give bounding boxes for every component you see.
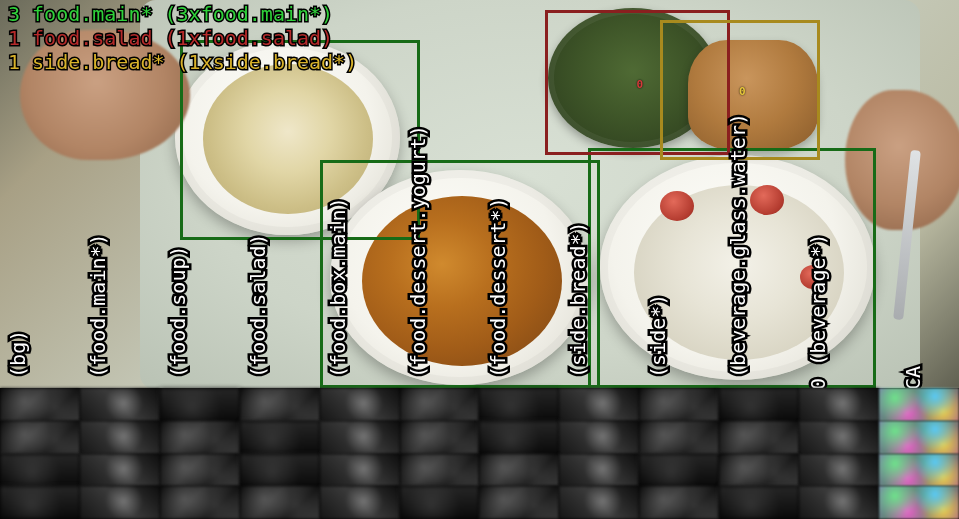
pca-cell	[879, 421, 959, 454]
feature-cell	[240, 454, 320, 487]
class-label: 5 (food.dessert.yogurt)5 (food.dessert.y…	[406, 125, 430, 402]
feature-cell	[320, 486, 400, 519]
feature-map-strip	[0, 388, 959, 519]
feature-cell	[479, 454, 559, 487]
class-label: 1 (food.main*)1 (food.main*)	[86, 233, 110, 402]
feature-cell	[639, 421, 719, 454]
feature-cell	[559, 454, 639, 487]
feature-cell	[400, 454, 480, 487]
feature-cell	[240, 388, 320, 421]
feature-cell	[559, 388, 639, 421]
class-label: 6 (food.dessert*)6 (food.dessert*)	[486, 197, 510, 402]
class-label: 10 (beverage*)10 (beverage*)	[806, 233, 830, 402]
class-count-legend: 3 food.main* (3xfood.main*)3 food.main* …	[8, 2, 357, 74]
feature-cell	[479, 421, 559, 454]
class-label: 9 (beverage.glass.water)9 (beverage.glas…	[726, 113, 750, 402]
feature-cell	[80, 388, 160, 421]
viewport: 00 3 food.main* (3xfood.main*)3 food.mai…	[0, 0, 959, 519]
bread-roll	[688, 40, 818, 150]
feature-cell	[559, 421, 639, 454]
feature-cell	[80, 486, 160, 519]
feature-cell	[639, 486, 719, 519]
feature-cell	[719, 454, 799, 487]
feature-cell	[400, 486, 480, 519]
legend-row: 1 side.bread* (1xside.bread*)1 side.brea…	[8, 50, 357, 74]
pca-cell	[879, 454, 959, 487]
legend-row: 1 food.salad (1xfood.salad)1 food.salad …	[8, 26, 357, 50]
feature-cell	[240, 486, 320, 519]
feature-cell	[799, 421, 879, 454]
feature-cell	[0, 421, 80, 454]
feature-cell	[639, 454, 719, 487]
plate-fries	[330, 170, 590, 385]
feature-cell	[160, 454, 240, 487]
feature-cell	[719, 388, 799, 421]
feature-cell	[320, 421, 400, 454]
feature-cell	[320, 388, 400, 421]
class-label: 3 (food.salad)3 (food.salad)	[246, 233, 270, 402]
feature-cell	[719, 421, 799, 454]
feature-cell	[0, 388, 80, 421]
feature-cell	[160, 421, 240, 454]
class-label: 4 (food.box.main)4 (food.box.main)	[326, 197, 350, 402]
class-label: 7 (side.bread*)7 (side.bread*)	[566, 221, 590, 402]
feature-cell	[479, 388, 559, 421]
pca-cell	[879, 388, 959, 421]
feature-cell	[80, 421, 160, 454]
feature-cell	[320, 454, 400, 487]
feature-cell	[799, 388, 879, 421]
feature-cell	[799, 486, 879, 519]
feature-cell	[160, 486, 240, 519]
feature-cell	[0, 454, 80, 487]
feature-cell	[559, 486, 639, 519]
class-label: 2 (food.soup)2 (food.soup)	[166, 245, 190, 402]
class-label: 8 (side*)8 (side*)	[646, 294, 670, 402]
feature-cell	[160, 388, 240, 421]
feature-cell	[0, 486, 80, 519]
feature-cell	[240, 421, 320, 454]
feature-cell	[799, 454, 879, 487]
feature-cell	[719, 486, 799, 519]
feature-cell	[80, 454, 160, 487]
feature-cell	[400, 388, 480, 421]
feature-cell	[400, 421, 480, 454]
feature-cell	[639, 388, 719, 421]
feature-cell	[479, 486, 559, 519]
legend-row: 3 food.main* (3xfood.main*)3 food.main* …	[8, 2, 357, 26]
pca-cell	[879, 486, 959, 519]
hand-right	[845, 90, 959, 230]
